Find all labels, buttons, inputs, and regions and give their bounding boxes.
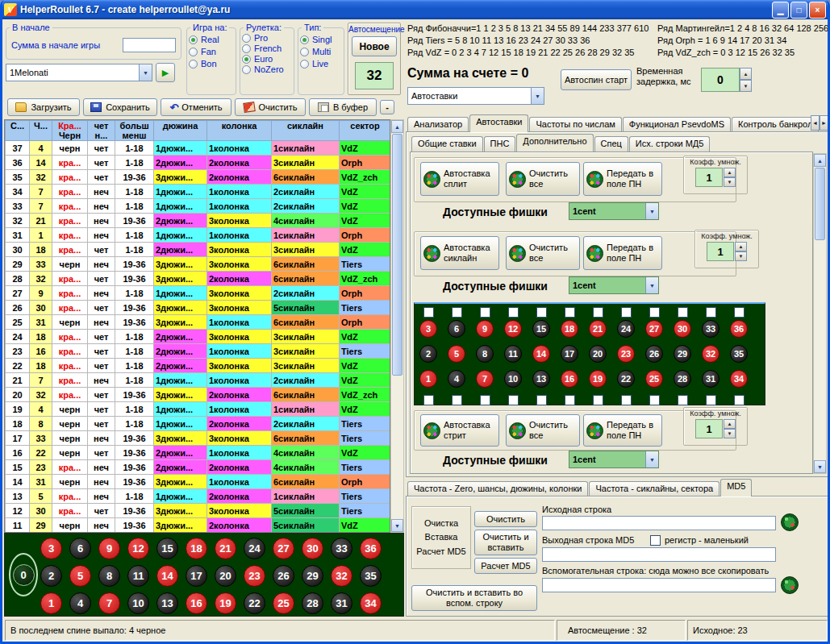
table-row[interactable]: 2316кра...чет1-182дюжи...1колонка3сиклай… xyxy=(6,344,391,359)
roulette-number-3[interactable]: 3 xyxy=(40,538,62,559)
roulette-number-24[interactable]: 24 xyxy=(244,538,265,559)
start-sum-input[interactable] xyxy=(123,38,176,52)
clear-all-button-1[interactable]: Очистить все xyxy=(506,162,580,196)
table-row[interactable]: 1431черннеч19-363дюжи...1колонка6сиклайн… xyxy=(6,475,391,489)
roulette-number-20[interactable]: 20 xyxy=(589,345,607,363)
panel-scroll-thumb[interactable] xyxy=(815,168,825,240)
roulette-number-6[interactable]: 6 xyxy=(448,320,465,338)
roulette-number-12[interactable]: 12 xyxy=(504,320,522,338)
roulette-number-16[interactable]: 16 xyxy=(561,370,578,388)
bet-checkbox[interactable] xyxy=(621,395,632,405)
table-row[interactable]: 347кра...неч1-181дюжи...1колонка2сиклайн… xyxy=(6,185,391,199)
md5-source-chip-button[interactable] xyxy=(781,513,799,531)
roulette-number-10[interactable]: 10 xyxy=(127,592,149,614)
roulette-number-22[interactable]: 22 xyxy=(244,592,265,614)
roulette-number-31[interactable]: 31 xyxy=(331,592,352,614)
roulette-number-9[interactable]: 9 xyxy=(98,538,120,559)
radio-icon[interactable] xyxy=(242,55,251,64)
bet-checkbox[interactable] xyxy=(621,307,632,318)
table-row[interactable]: 2032кра...чет19-363дюжи...2колонка6сикла… xyxy=(6,388,391,402)
roulette-number-18[interactable]: 18 xyxy=(561,320,578,338)
panel-scrollbar[interactable]: ▲ ▼ xyxy=(813,153,827,474)
scroll-down-icon[interactable]: ▼ xyxy=(814,460,826,473)
radio-icon[interactable] xyxy=(300,35,309,44)
table-row[interactable]: 3018кра...чет1-182дюжи...3колонка3сиклай… xyxy=(6,243,391,257)
roulette-number-35[interactable]: 35 xyxy=(730,345,748,363)
roulette-number-7[interactable]: 7 xyxy=(98,592,120,614)
bet-checkbox[interactable] xyxy=(480,395,490,405)
main-tab-функционал-psevdoms[interactable]: Функционал PsevdoMS xyxy=(623,117,731,132)
radio-icon[interactable] xyxy=(189,48,198,56)
minimize-button[interactable]: ▁ xyxy=(772,2,789,19)
roulette-number-16[interactable]: 16 xyxy=(186,592,207,614)
roulette-number-17[interactable]: 17 xyxy=(186,565,207,587)
scroll-up-icon[interactable]: ▲ xyxy=(391,120,403,133)
main-tab-контроль-банкрол[interactable]: Контроль банкрол xyxy=(732,117,819,132)
bet-checkbox[interactable] xyxy=(734,395,744,405)
wheel-option-NoZero[interactable]: NoZero xyxy=(242,64,292,74)
roulette-number-31[interactable]: 31 xyxy=(702,370,719,388)
roulette-number-25[interactable]: 25 xyxy=(645,370,663,388)
main-tab-автоставки[interactable]: Автоставки xyxy=(469,114,528,132)
table-row[interactable]: 2218кра...чет1-182дюжи...3колонка3сиклай… xyxy=(6,359,391,373)
radio-icon[interactable] xyxy=(242,34,251,43)
table-row[interactable]: 2832кра...чет19-363дюжи...2колонка6сикла… xyxy=(6,272,391,286)
tab-scroll-right-icon[interactable]: ► xyxy=(820,115,828,131)
roulette-number-5[interactable]: 5 xyxy=(69,565,91,587)
roulette-number-26[interactable]: 26 xyxy=(645,345,663,363)
bet-checkbox[interactable] xyxy=(423,307,434,318)
autobets-combo[interactable]: Автоставки ▼ xyxy=(407,87,544,105)
table-scroll-thumb[interactable] xyxy=(392,134,402,376)
clear-all-button-2[interactable]: Очистить все xyxy=(506,236,580,270)
roulette-number-4[interactable]: 4 xyxy=(448,370,465,388)
subtab-исх-строки-мд5[interactable]: Исх. строки МД5 xyxy=(629,136,711,152)
coef-up-icon[interactable]: ▲ xyxy=(724,168,736,177)
wheel-option-Euro[interactable]: Euro xyxy=(242,54,292,64)
tab-scroll-left-icon[interactable]: ◄ xyxy=(811,115,820,131)
roulette-number-0[interactable]: 0 xyxy=(13,564,35,586)
roulette-number-22[interactable]: 22 xyxy=(617,370,635,388)
roulette-number-15[interactable]: 15 xyxy=(532,320,550,338)
table-row[interactable]: 217кра...неч1-181дюжи...1колонка2сиклайн… xyxy=(6,373,391,388)
coef-up-icon[interactable]: ▲ xyxy=(735,242,747,251)
table-row[interactable]: 374чернчет1-181дюжи...1колонка1сиклайнVd… xyxy=(6,141,391,156)
maximize-button[interactable]: □ xyxy=(790,2,807,19)
subtab-дополнительно[interactable]: Дополнительно xyxy=(516,134,593,152)
roulette-number-34[interactable]: 34 xyxy=(360,592,382,614)
roulette-number-2[interactable]: 2 xyxy=(419,345,437,363)
table-row[interactable]: 3221кра...неч19-362дюжи...3колонка4сикла… xyxy=(6,214,391,228)
table-row[interactable]: 337кра...неч1-181дюжи...1колонка2сиклайн… xyxy=(6,199,391,214)
roulette-number-33[interactable]: 33 xyxy=(702,320,719,338)
close-button[interactable]: × xyxy=(809,2,826,19)
radio-icon[interactable] xyxy=(242,65,251,74)
roulette-number-29[interactable]: 29 xyxy=(674,345,691,363)
roulette-number-19[interactable]: 19 xyxy=(589,370,607,388)
load-button[interactable]: Загрузить xyxy=(7,98,80,116)
table-row[interactable]: 311кра...неч1-181дюжи...1колонка1сиклайн… xyxy=(6,228,391,243)
game-option-Fan[interactable]: Fan xyxy=(189,47,234,56)
delay-spinner[interactable]: 0 ▲▼ xyxy=(701,68,752,92)
table-row[interactable]: 135кра...неч1-181дюжи...2колонка1сиклайн… xyxy=(6,489,391,504)
autobet-split-button[interactable]: Автоставка сплит xyxy=(420,162,499,196)
roulette-number-4[interactable]: 4 xyxy=(69,592,91,614)
chevron-down-icon[interactable]: ▼ xyxy=(139,64,152,81)
radio-icon[interactable] xyxy=(300,60,309,69)
roulette-number-3[interactable]: 3 xyxy=(419,320,437,338)
roulette-number-23[interactable]: 23 xyxy=(617,345,635,363)
roulette-number-11[interactable]: 11 xyxy=(504,345,522,363)
bottom-tab-частота-сиклайны-сектора[interactable]: Частота - сиклайны, сектора xyxy=(589,481,719,497)
bet-checkbox[interactable] xyxy=(706,395,716,405)
new-button[interactable]: Новое xyxy=(352,36,397,56)
roulette-number-27[interactable]: 27 xyxy=(645,320,663,338)
radio-icon[interactable] xyxy=(189,35,198,44)
roulette-number-29[interactable]: 29 xyxy=(302,565,323,587)
coef-down-icon[interactable]: ▼ xyxy=(724,177,736,187)
delay-down-icon[interactable]: ▼ xyxy=(740,80,752,92)
roulette-number-12[interactable]: 12 xyxy=(127,538,149,559)
roulette-number-14[interactable]: 14 xyxy=(156,565,178,587)
md5-clear-paste-aux-button[interactable]: Очистить и вставить во вспом. строку xyxy=(411,585,537,611)
radio-icon[interactable] xyxy=(189,60,198,69)
roulette-number-32[interactable]: 32 xyxy=(331,565,352,587)
md5-clear-button[interactable]: Очистить xyxy=(474,511,537,527)
main-tab-частоты-по-числам[interactable]: Частоты по числам xyxy=(529,117,621,132)
